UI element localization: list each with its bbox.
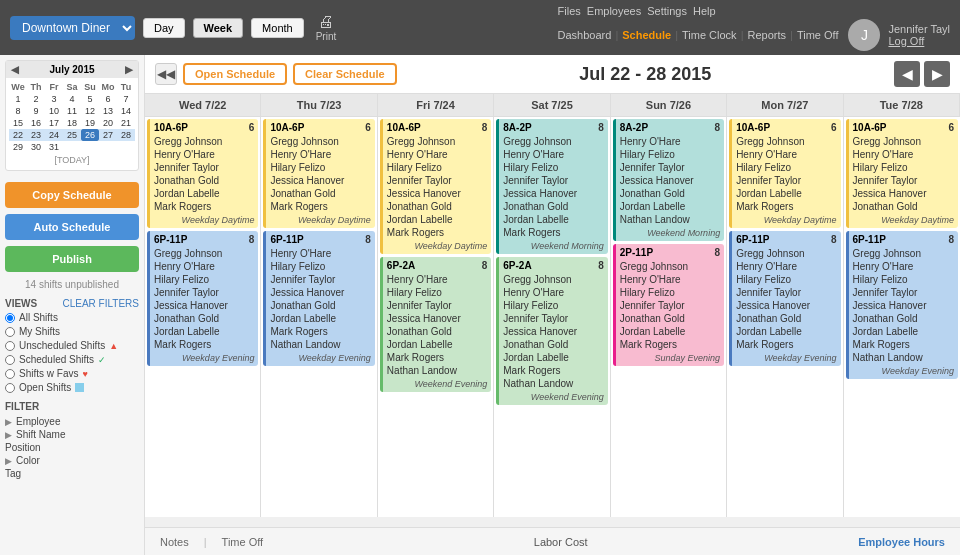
cal-day[interactable]: 23: [27, 129, 45, 141]
shift-block[interactable]: 6P-2A 8 Henry O'Hare Hilary Felizo Jenni…: [380, 257, 491, 392]
cal-day[interactable]: 20: [99, 117, 117, 129]
cal-day[interactable]: 29: [9, 141, 27, 153]
employees-link[interactable]: Employees: [587, 5, 641, 17]
schedule-toolbar: ◀◀ Open Schedule Clear Schedule Jul 22 -…: [145, 55, 960, 94]
publish-btn[interactable]: Publish: [5, 246, 139, 272]
cal-day[interactable]: 21: [117, 117, 135, 129]
print-btn[interactable]: 🖨 Print: [312, 9, 341, 46]
cal-day[interactable]: 22: [9, 129, 27, 141]
cal-day[interactable]: 17: [45, 117, 63, 129]
time-clock-link[interactable]: Time Clock: [682, 29, 737, 41]
view-scheduled[interactable]: Scheduled Shifts ✓: [5, 354, 139, 365]
shift-time: 6P-2A: [387, 260, 415, 271]
dashboard-link[interactable]: Dashboard: [558, 29, 612, 41]
filter-shift-name[interactable]: ▶ Shift Name: [5, 429, 139, 440]
day-view-btn[interactable]: Day: [143, 18, 185, 38]
employee-hours-btn[interactable]: Employee Hours: [858, 536, 945, 548]
shift-person: Jonathan Gold: [270, 187, 370, 200]
location-select[interactable]: Downtown Diner: [10, 16, 135, 40]
next-month-btn[interactable]: ▶: [125, 64, 133, 75]
copy-schedule-btn[interactable]: Copy Schedule: [5, 182, 139, 208]
my-shifts-radio[interactable]: [5, 327, 15, 337]
cal-day[interactable]: 30: [27, 141, 45, 153]
help-link[interactable]: Help: [693, 5, 716, 17]
view-my-shifts[interactable]: My Shifts: [5, 326, 139, 337]
schedule-link[interactable]: Schedule: [622, 29, 671, 41]
cal-day[interactable]: 16: [27, 117, 45, 129]
shift-block[interactable]: 10A-6P 6 Gregg Johnson Henry O'Hare Hila…: [846, 119, 958, 228]
cal-day[interactable]: 2: [27, 93, 45, 105]
shift-block[interactable]: 6P-11P 8 Gregg Johnson Henry O'Hare Hila…: [846, 231, 958, 379]
cal-day[interactable]: 5: [81, 93, 99, 105]
auto-schedule-btn[interactable]: Auto Schedule: [5, 214, 139, 240]
log-off-link[interactable]: Log Off: [888, 35, 924, 47]
shift-person: Henry O'Hare: [270, 148, 370, 161]
filter-tag[interactable]: Tag: [5, 468, 139, 479]
cal-day[interactable]: 18: [63, 117, 81, 129]
favs-radio[interactable]: [5, 369, 15, 379]
next-week-btn[interactable]: ▶: [924, 61, 950, 87]
open-radio[interactable]: [5, 383, 15, 393]
cal-day[interactable]: 9: [27, 105, 45, 117]
cal-today[interactable]: 26: [81, 129, 99, 141]
prev-week-mini-btn[interactable]: ◀◀: [155, 63, 177, 85]
nav-left: Downtown Diner Day Week Month 🖨 Print: [10, 9, 340, 46]
cal-day[interactable]: 14: [117, 105, 135, 117]
cal-day[interactable]: 12: [81, 105, 99, 117]
shift-block[interactable]: 6P-2A 8 Gregg Johnson Henry O'Hare Hilar…: [496, 257, 607, 405]
shift-count: 8: [831, 234, 837, 245]
cal-day[interactable]: 31: [45, 141, 63, 153]
prev-week-btn[interactable]: ◀: [894, 61, 920, 87]
view-all-shifts[interactable]: All Shifts: [5, 312, 139, 323]
clear-filters-btn[interactable]: CLEAR FILTERS: [63, 298, 140, 309]
shift-block[interactable]: 8A-2P 8 Gregg Johnson Henry O'Hare Hilar…: [496, 119, 607, 254]
view-unscheduled[interactable]: Unscheduled Shifts ▲: [5, 340, 139, 351]
prev-month-btn[interactable]: ◀: [11, 64, 19, 75]
shift-block[interactable]: 8A-2P 8 Henry O'Hare Hilary Felizo Jenni…: [613, 119, 724, 241]
shift-block[interactable]: 6P-11P 8 Gregg Johnson Henry O'Hare Hila…: [147, 231, 258, 366]
time-off-bottom-link[interactable]: Time Off: [222, 536, 264, 548]
shift-person: Gregg Johnson: [736, 247, 836, 260]
cal-day[interactable]: 11: [63, 105, 81, 117]
time-off-link[interactable]: Time Off: [797, 29, 839, 41]
reports-link[interactable]: Reports: [747, 29, 786, 41]
shift-block[interactable]: 10A-6P 8 Gregg Johnson Henry O'Hare Hila…: [380, 119, 491, 254]
cal-day[interactable]: 15: [9, 117, 27, 129]
week-view-btn[interactable]: Week: [193, 18, 244, 38]
all-shifts-radio[interactable]: [5, 313, 15, 323]
cal-day[interactable]: 10: [45, 105, 63, 117]
view-open[interactable]: Open Shifts: [5, 382, 139, 393]
cal-day[interactable]: 24: [45, 129, 63, 141]
mini-calendar: ◀ July 2015 ▶ We Th Fr Sa Su Mo Tu 1 2 3: [5, 60, 139, 171]
view-favs[interactable]: Shifts w Favs ♥: [5, 368, 139, 379]
notes-link[interactable]: Notes: [160, 536, 189, 548]
shift-block[interactable]: 10A-6P 6 Gregg Johnson Henry O'Hare Hila…: [263, 119, 374, 228]
shift-block[interactable]: 10A-6P 6 Gregg Johnson Henry O'Hare Hila…: [729, 119, 840, 228]
filter-position[interactable]: Position: [5, 442, 139, 453]
heart-icon: ♥: [82, 369, 87, 379]
cal-day[interactable]: 13: [99, 105, 117, 117]
unscheduled-radio[interactable]: [5, 341, 15, 351]
cal-day[interactable]: 27: [99, 129, 117, 141]
settings-link[interactable]: Settings: [647, 5, 687, 17]
month-view-btn[interactable]: Month: [251, 18, 304, 38]
cal-day[interactable]: 8: [9, 105, 27, 117]
cal-day[interactable]: 25: [63, 129, 81, 141]
cal-day[interactable]: 28: [117, 129, 135, 141]
shift-block[interactable]: 2P-11P 8 Gregg Johnson Henry O'Hare Hila…: [613, 244, 724, 366]
filter-color[interactable]: ▶ Color: [5, 455, 139, 466]
shift-block[interactable]: 6P-11P 8 Gregg Johnson Henry O'Hare Hila…: [729, 231, 840, 366]
clear-schedule-btn[interactable]: Clear Schedule: [293, 63, 396, 85]
cal-day[interactable]: 1: [9, 93, 27, 105]
cal-day[interactable]: 4: [63, 93, 81, 105]
shift-block[interactable]: 6P-11P 8 Henry O'Hare Hilary Felizo Jenn…: [263, 231, 374, 366]
cal-day[interactable]: 7: [117, 93, 135, 105]
cal-day[interactable]: 19: [81, 117, 99, 129]
files-link[interactable]: Files: [558, 5, 581, 17]
filter-employee[interactable]: ▶ Employee: [5, 416, 139, 427]
open-schedule-btn[interactable]: Open Schedule: [183, 63, 287, 85]
scheduled-radio[interactable]: [5, 355, 15, 365]
cal-day[interactable]: 6: [99, 93, 117, 105]
shift-block[interactable]: 10A-6P 6 Gregg Johnson Henry O'Hare Jenn…: [147, 119, 258, 228]
cal-day[interactable]: 3: [45, 93, 63, 105]
